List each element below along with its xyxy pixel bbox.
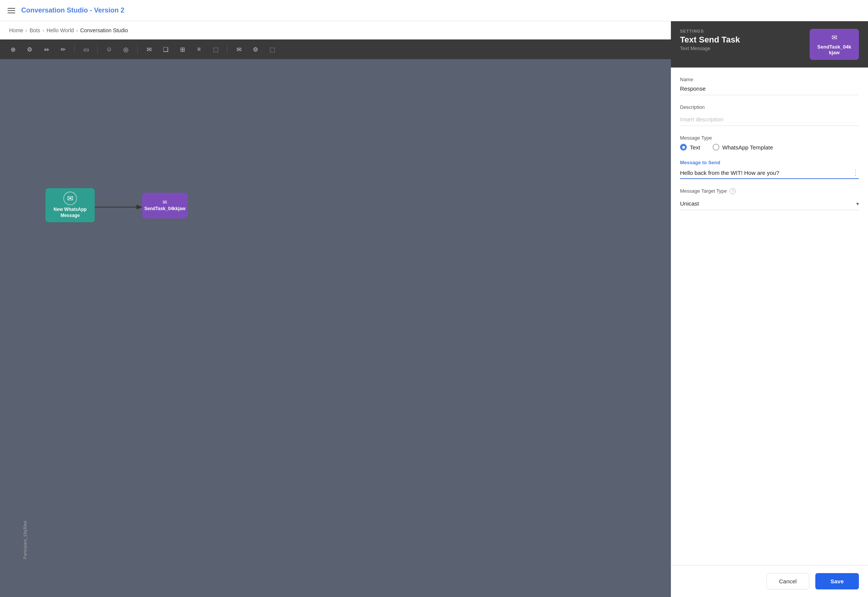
radio-text[interactable]: Text xyxy=(680,144,700,151)
node-whatsapp-label: New WhatsApp Message xyxy=(45,207,95,218)
toolbar-gear-icon[interactable]: ⚙ xyxy=(249,42,262,56)
settings-header-left: SETTINGS Text Send Task Text Message xyxy=(680,29,740,51)
flow-canvas: ✉ New WhatsApp Message ✉ SendTask_04kkja… xyxy=(0,59,671,597)
toolbar-settings-icon[interactable]: ⚙ xyxy=(23,42,36,56)
node-whatsapp[interactable]: ✉ New WhatsApp Message xyxy=(45,188,95,222)
toolbar-divider-1 xyxy=(74,45,75,54)
target-type-value: Unicast xyxy=(680,200,699,207)
toolbar-copy-icon[interactable]: ⬚ xyxy=(265,42,279,56)
radio-whatsapp[interactable]: WhatsApp Template xyxy=(713,144,773,151)
app-title: Conversation Studio - Version 2 xyxy=(21,6,124,14)
breadcrumb-bots[interactable]: Bots xyxy=(30,27,40,33)
name-value: Response xyxy=(680,85,859,95)
toolbar-pen-icon[interactable]: ✏ xyxy=(56,42,70,56)
main-area: Home › Bots › Hello World › Conversation… xyxy=(0,21,868,597)
radio-text-label: Text xyxy=(690,144,700,151)
target-type-label: Message Target Type ? xyxy=(680,188,859,194)
radio-whatsapp-label: WhatsApp Template xyxy=(722,144,773,151)
radio-whatsapp-circle xyxy=(713,144,719,151)
sep3: › xyxy=(76,27,78,33)
action-buttons: Cancel Save xyxy=(671,565,868,597)
settings-subtitle: Text Message xyxy=(680,46,740,51)
badge-mail-icon: ✉ xyxy=(832,33,837,42)
top-nav: Conversation Studio - Version 2 xyxy=(0,0,868,21)
toolbar-rect-icon[interactable]: ▭ xyxy=(79,42,93,56)
toolbar-grid-icon[interactable]: ⊞ xyxy=(175,42,189,56)
settings-title: Text Send Task xyxy=(680,35,740,45)
node-whatsapp-icon: ✉ xyxy=(63,192,77,205)
sep1: › xyxy=(25,27,27,33)
toolbar-circle-icon[interactable]: ◎ xyxy=(119,42,133,56)
settings-header: SETTINGS Text Send Task Text Message ✉ S… xyxy=(671,21,868,68)
toolbar-mail-icon[interactable]: ✉ xyxy=(142,42,156,56)
form-group-target-type: Message Target Type ? Unicast ▾ xyxy=(680,188,859,210)
toolbar-divider-4 xyxy=(227,45,227,54)
settings-panel: SETTINGS Text Send Task Text Message ✉ S… xyxy=(671,21,868,597)
toolbar-layers-icon[interactable]: ❑ xyxy=(159,42,172,56)
settings-badge: ✉ SendTask_04kkjaw xyxy=(810,29,859,60)
canvas-toolbar: ⊕ ⚙ ⇔ ✏ ▭ ☺ ◎ ✉ ❑ ⊞ ≡ ⬚ ✉ ⚙ ⬚ xyxy=(0,39,671,59)
description-label: Description xyxy=(680,104,859,110)
canvas-area: Home › Bots › Hello World › Conversation… xyxy=(0,21,671,597)
connection-svg xyxy=(0,59,671,597)
breadcrumb-project[interactable]: Hello World xyxy=(47,27,74,33)
form-group-description: Description xyxy=(680,104,859,126)
target-type-dropdown[interactable]: Unicast ▾ xyxy=(680,197,859,210)
toolbar-adjust-icon[interactable]: ⇔ xyxy=(39,42,53,56)
message-type-row: Text WhatsApp Template xyxy=(680,144,859,151)
save-button[interactable]: Save xyxy=(815,573,859,589)
radio-text-circle xyxy=(680,144,687,151)
settings-form: Name Response Description Message Type T… xyxy=(671,68,868,565)
sep2: › xyxy=(42,27,44,33)
description-input[interactable] xyxy=(680,113,859,126)
message-to-send-label: Message to Send xyxy=(680,160,859,165)
message-to-send-row: ⋮ xyxy=(680,168,859,179)
hamburger-button[interactable] xyxy=(8,8,15,13)
toolbar-divider-3 xyxy=(137,45,138,54)
name-label: Name xyxy=(680,77,859,82)
breadcrumb-home[interactable]: Home xyxy=(9,27,23,33)
target-type-help-icon: ? xyxy=(730,188,736,194)
message-type-label: Message Type xyxy=(680,135,859,141)
toolbar-envelope-icon[interactable]: ✉ xyxy=(232,42,246,56)
toolbar-emoji-icon[interactable]: ☺ xyxy=(102,42,116,56)
node-sendtask-label: SendTask_04kkjaw xyxy=(144,206,186,212)
chevron-down-icon: ▾ xyxy=(856,201,859,207)
breadcrumb: Home › Bots › Hello World › Conversation… xyxy=(0,21,671,39)
toolbar-divider-2 xyxy=(97,45,98,54)
participant-label: Participant_19q30ed xyxy=(23,521,27,559)
cancel-button[interactable]: Cancel xyxy=(766,573,809,589)
message-more-icon[interactable]: ⋮ xyxy=(849,168,859,177)
node-sendtask-icon: ✉ xyxy=(163,199,167,205)
form-group-name: Name Response xyxy=(680,77,859,95)
node-sendtask[interactable]: ✉ SendTask_04kkjaw xyxy=(142,193,188,218)
toolbar-list-icon[interactable]: ≡ xyxy=(192,42,206,56)
form-group-message-type: Message Type Text WhatsApp Template xyxy=(680,135,859,151)
form-group-message-to-send: Message to Send ⋮ xyxy=(680,160,859,179)
settings-section-label: SETTINGS xyxy=(680,29,740,33)
badge-label: SendTask_04kkjaw xyxy=(817,44,851,55)
toolbar-crosshair-icon[interactable]: ⊕ xyxy=(6,42,20,56)
toolbar-frame-icon[interactable]: ⬚ xyxy=(209,42,222,56)
message-to-send-input[interactable] xyxy=(680,170,849,176)
breadcrumb-current: Conversation Studio xyxy=(80,27,128,33)
